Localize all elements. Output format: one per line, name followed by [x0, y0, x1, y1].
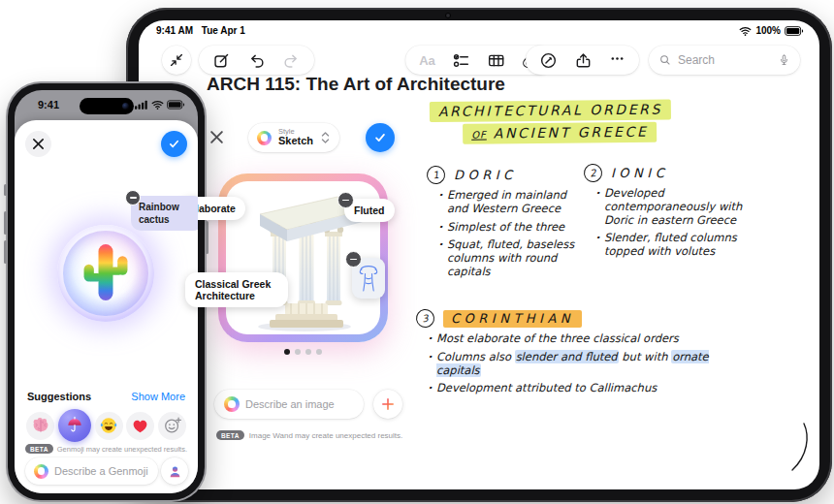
- checklist-button[interactable]: [452, 51, 470, 70]
- checkmark-icon: [168, 138, 180, 150]
- checklist-icon: [452, 51, 470, 70]
- red-heart-emoji: [131, 417, 149, 434]
- remove-attachment-button[interactable]: [345, 251, 362, 268]
- beta-text: Genmoji may create unexpected results.: [57, 445, 187, 454]
- person-genmoji-button[interactable]: [161, 457, 188, 485]
- umbrella-emoji: [65, 416, 84, 435]
- more-button[interactable]: [609, 50, 626, 70]
- share-icon: [574, 51, 593, 70]
- compose-button[interactable]: [212, 51, 231, 70]
- mic-icon[interactable]: [778, 53, 790, 68]
- describe-image-input[interactable]: [245, 398, 354, 410]
- variant-page-dots[interactable]: [218, 349, 388, 355]
- collapse-toolbar-button[interactable]: [162, 46, 191, 75]
- share-button[interactable]: [574, 51, 593, 70]
- highlighted-phrase: slender and fluted: [515, 350, 619, 363]
- style-value: Sketch: [278, 136, 313, 147]
- add-to-note-button[interactable]: [373, 390, 402, 419]
- image-wand-close-button[interactable]: [205, 125, 228, 148]
- table-button[interactable]: [487, 51, 505, 70]
- section-ionic: 2 IONIC Developed contemporaneously with…: [584, 164, 763, 264]
- beta-badge: BETA: [25, 444, 53, 454]
- prompt-tag-rainbow-cactus[interactable]: Rainbow cactus: [131, 196, 198, 231]
- handwritten-heading: ARCHITECTURAL ORDERS OFANCIENT GREECE: [430, 100, 818, 142]
- ionic-number: 2: [583, 163, 603, 183]
- image-wand-accept-button[interactable]: [366, 123, 395, 152]
- column-sketch-thumbnail: [356, 262, 381, 295]
- battery-icon: [785, 26, 804, 36]
- doric-bullet: Squat, fluted, baseless columns with rou…: [438, 238, 590, 278]
- edit-actions-pill: [199, 46, 314, 75]
- markup-button[interactable]: [539, 51, 558, 70]
- undo-icon: [247, 51, 266, 70]
- doric-bullet: Emerged in mainland and Western Greece: [438, 189, 590, 216]
- redo-icon: [282, 51, 301, 70]
- sketch-attachment-chip[interactable]: [352, 258, 385, 299]
- note-title: ARCH 115: The Art of Architecture: [207, 74, 505, 95]
- doric-number: 1: [426, 165, 446, 185]
- toolbar-left-group: [162, 46, 314, 75]
- camera-lens: [122, 103, 129, 110]
- brain-emoji-chip[interactable]: [26, 412, 54, 440]
- ipad-time: 9:41 AM: [156, 25, 193, 36]
- collapse-arrows-icon: [168, 51, 185, 69]
- tag-fluted[interactable]: Fluted: [344, 199, 395, 222]
- search-field[interactable]: [649, 46, 800, 75]
- show-more-link[interactable]: Show More: [131, 391, 185, 402]
- action-button: [4, 184, 7, 196]
- table-icon: [487, 51, 505, 70]
- image-wand-prompt-field[interactable]: [214, 390, 364, 419]
- text-format-button[interactable]: Aa: [419, 53, 435, 68]
- close-icon: [32, 138, 45, 150]
- suggestion-emoji-row: [15, 408, 198, 443]
- search-icon: [658, 53, 672, 67]
- close-icon: [209, 130, 224, 144]
- remove-tag-button[interactable]: [337, 192, 354, 208]
- iphone-device: 9:41: [8, 83, 205, 500]
- heart-emoji-chip[interactable]: [126, 412, 154, 440]
- redo-button[interactable]: [282, 51, 301, 70]
- ellipsis-icon: [609, 50, 626, 67]
- power-button: [206, 221, 208, 254]
- beta-text: Image Wand may create unexpected results…: [249, 431, 402, 440]
- new-genmoji-chip[interactable]: [158, 412, 186, 440]
- tag-classical-greek-architecture[interactable]: Classical Greek Architecture: [185, 272, 288, 307]
- section-corinthian: 3 CORINTHIAN Most elaborate of the three…: [416, 309, 736, 400]
- genmoji-close-button[interactable]: [25, 131, 51, 157]
- genmoji-prompt-field[interactable]: [25, 457, 158, 485]
- chevron-up-down-icon: [320, 131, 331, 144]
- pencil-circle-icon: [539, 51, 558, 70]
- apple-intelligence-screenshot: 9:41 AM Tue Apr 1 100%: [0, 0, 834, 504]
- image-wand-icon: [224, 396, 240, 412]
- heading-line1: ARCHITECTURAL ORDERS: [430, 99, 671, 122]
- search-input[interactable]: [678, 53, 772, 67]
- doric-bullet: Simplest of the three: [438, 221, 590, 235]
- style-picker[interactable]: Style Sketch: [248, 123, 339, 152]
- rainbow-cactus-genmoji: [78, 239, 134, 307]
- heading-of: OF: [471, 129, 487, 140]
- heading-line2: ANCIENT GREECE: [494, 124, 649, 142]
- undo-button[interactable]: [247, 51, 266, 70]
- battery-percent: 100%: [755, 25, 781, 36]
- front-camera: [445, 13, 451, 18]
- genmoji-preview-bubble: [57, 225, 154, 322]
- ipad-screen: 9:41 AM Tue Apr 1 100%: [139, 20, 819, 489]
- cellular-icon: [135, 100, 148, 110]
- umbrella-emoji-chip-selected[interactable]: [58, 409, 91, 442]
- laughing-emoji-chip[interactable]: [95, 412, 123, 440]
- section-doric: 1 DORIC Emerged in mainland and Western …: [427, 166, 590, 284]
- corinthian-number: 3: [415, 308, 435, 329]
- genmoji-accept-button[interactable]: [161, 131, 187, 157]
- share-tools-pill: [526, 46, 639, 75]
- dynamic-island: [80, 98, 134, 114]
- describe-genmoji-input[interactable]: [54, 465, 149, 477]
- iphone-status-icons: [135, 100, 185, 110]
- person-icon: [168, 464, 182, 479]
- wifi-icon: [739, 26, 752, 36]
- remove-prompt-button[interactable]: [125, 190, 141, 205]
- wifi-icon: [151, 100, 164, 110]
- plus-icon: [380, 396, 396, 412]
- corinthian-title: CORINTHIAN: [443, 310, 582, 328]
- compose-icon: [212, 51, 231, 70]
- toolbar-right-group: [526, 46, 800, 75]
